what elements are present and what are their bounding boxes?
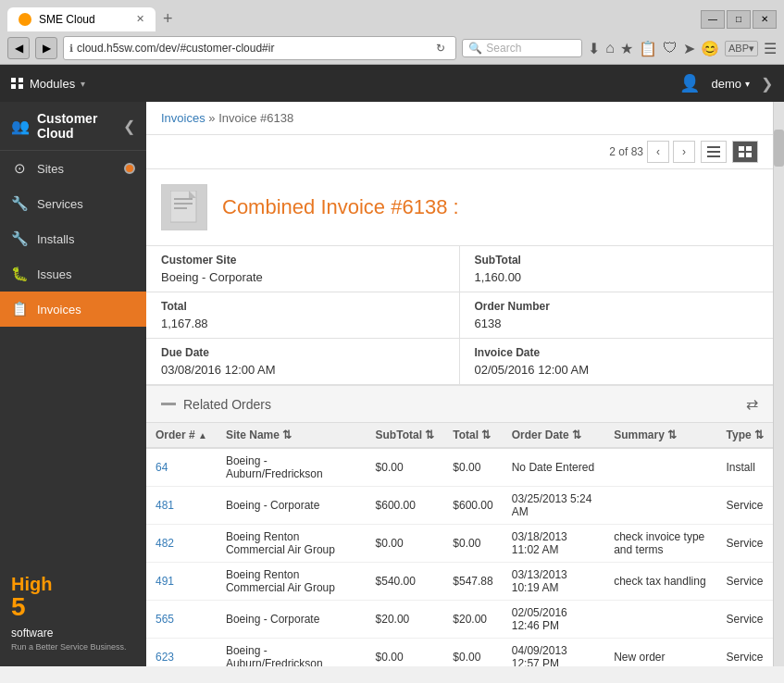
customer-site-label: Customer Site [161, 254, 444, 267]
sidebar-item-invoices[interactable]: 📋 Invoices [0, 292, 146, 327]
new-tab-button[interactable]: + [159, 6, 177, 32]
scrollbar[interactable] [773, 102, 784, 666]
cell-summary [604, 448, 716, 487]
cell-order: 482 [146, 525, 217, 563]
order-link[interactable]: 64 [156, 461, 168, 474]
due-date-cell: Due Date 03/08/2016 12:00 AM [146, 339, 460, 385]
sidebar-item-services[interactable]: 🔧 Services [0, 186, 146, 221]
forward-button[interactable]: ▶ [35, 37, 57, 59]
shield-icon[interactable]: 🛡 [663, 40, 678, 56]
close-button[interactable]: ✕ [753, 10, 777, 29]
active-tab[interactable]: SME Cloud ✕ [7, 7, 156, 31]
sidebar-item-sites[interactable]: ⊙ Sites [0, 151, 146, 186]
sidebar-item-issues[interactable]: 🐛 Issues [0, 256, 146, 292]
content-area: Invoices » Invoice #6138 2 of 83 ‹ › [146, 102, 773, 666]
record-position: 2 of 83 [609, 145, 643, 158]
prev-record-button[interactable]: ‹ [647, 141, 669, 163]
user-menu-button[interactable]: demo ▾ [711, 77, 750, 91]
table-row[interactable]: 482 Boeing Renton Commercial Air Group $… [146, 525, 773, 563]
download-icon[interactable]: ⬇ [588, 40, 600, 57]
invoice-info-grid: Customer Site Boeing - Corporate SubTota… [146, 246, 773, 386]
refresh-button[interactable]: ↻ [431, 39, 450, 57]
cell-subtotal: $20.00 [367, 601, 444, 639]
send-icon[interactable]: ➤ [683, 40, 695, 57]
user-avatar-icon: 👤 [679, 73, 700, 93]
sidebar-module-icon: 👥 [11, 118, 30, 135]
ABP-icon[interactable]: ABP▾ [725, 41, 758, 56]
col-type[interactable]: Type ⇅ [717, 423, 773, 448]
next-record-button[interactable]: › [673, 141, 695, 163]
sidebar-item-installs[interactable]: 🔧 Installs [0, 221, 146, 256]
table-row[interactable]: 481 Boeing - Corporate $600.00 $600.00 0… [146, 487, 773, 525]
menu-icon[interactable]: ☰ [764, 40, 777, 57]
sites-icon: ⊙ [11, 160, 28, 177]
search-placeholder: Search [486, 42, 521, 55]
invoice-title: Combined Invoice #6138 : [222, 195, 459, 219]
invoice-date-label: Invoice Date [475, 346, 759, 359]
order-link[interactable]: 482 [156, 537, 174, 550]
content-scroll[interactable]: Combined Invoice #6138 : Customer Site B… [146, 169, 773, 666]
order-number-label: Order Number [475, 300, 759, 313]
tab-close-button[interactable]: ✕ [136, 13, 144, 25]
clip-icon[interactable]: 📋 [639, 40, 657, 57]
cell-site: Boeing Renton Commercial Air Group [217, 563, 367, 601]
modules-button[interactable]: Modules ▾ [11, 77, 85, 91]
table-row[interactable]: 64 Boeing - Auburn/Fredrickson $0.00 $0.… [146, 448, 773, 487]
list-view-button[interactable] [701, 141, 727, 163]
invoice-header: Combined Invoice #6138 : [146, 169, 773, 246]
cell-subtotal: $540.00 [367, 563, 444, 601]
emoji-icon[interactable]: 😊 [701, 40, 719, 57]
svg-rect-0 [707, 146, 720, 148]
cell-summary [604, 487, 716, 525]
transfer-icon[interactable]: ⇄ [746, 395, 758, 413]
maximize-button[interactable]: □ [727, 10, 751, 29]
cell-type: Install [717, 448, 773, 487]
cell-subtotal: $600.00 [367, 487, 444, 525]
modules-label: Modules [30, 77, 75, 91]
due-date-value: 03/08/2016 12:00 AM [161, 363, 444, 377]
col-summary[interactable]: Summary ⇅ [604, 423, 716, 448]
col-subtotal[interactable]: SubTotal ⇅ [367, 423, 444, 448]
order-link[interactable]: 491 [156, 575, 174, 588]
table-row[interactable]: 565 Boeing - Corporate $20.00 $20.00 02/… [146, 601, 773, 639]
table-row[interactable]: 623 Boeing - Auburn/Fredrickson $0.00 $0… [146, 639, 773, 667]
address-bar[interactable]: ℹ cloud.h5sw.com/dev/#customer-cloud#ir … [63, 36, 456, 60]
customer-site-cell: Customer Site Boeing - Corporate [146, 246, 460, 292]
home-icon[interactable]: ⌂ [605, 40, 615, 56]
table-row[interactable]: 491 Boeing Renton Commercial Air Group $… [146, 563, 773, 601]
window-controls: — □ ✕ [701, 10, 777, 29]
svg-rect-5 [739, 153, 744, 157]
minimize-button[interactable]: — [701, 10, 725, 29]
order-link[interactable]: 565 [156, 613, 174, 626]
logo-text: High 5 software [11, 574, 135, 640]
breadcrumb-parent[interactable]: Invoices [161, 111, 205, 125]
col-date[interactable]: Order Date ⇅ [503, 423, 604, 448]
col-order[interactable]: Order # ▲ [146, 423, 217, 448]
col-total[interactable]: Total ⇅ [443, 423, 502, 448]
user-label: demo [711, 77, 741, 91]
sidebar-toggle-button[interactable]: ❯ [761, 75, 773, 93]
cell-total: $600.00 [443, 487, 502, 525]
order-link[interactable]: 481 [156, 499, 174, 512]
section-line [161, 403, 176, 405]
svg-rect-2 [707, 155, 720, 157]
bookmark-icon[interactable]: ★ [620, 40, 633, 57]
detail-view-button[interactable] [732, 141, 758, 163]
related-orders-header: Related Orders ⇄ [146, 386, 773, 423]
breadcrumb-current: Invoice #6138 [218, 111, 293, 125]
cell-site: Boeing Renton Commercial Air Group [217, 525, 367, 563]
order-link[interactable]: 623 [156, 651, 174, 664]
cell-date: 03/25/2013 5:24 AM [503, 487, 604, 525]
invoice-date-value: 02/05/2016 12:00 AM [475, 363, 759, 377]
back-button[interactable]: ◀ [7, 37, 30, 59]
cell-total: $20.00 [443, 601, 502, 639]
search-box[interactable]: 🔍 Search [462, 39, 582, 57]
col-site[interactable]: Site Name ⇅ [217, 423, 367, 448]
table-header-row: Order # ▲ Site Name ⇅ SubTotal ⇅ Total ⇅… [146, 423, 773, 448]
svg-rect-10 [174, 207, 187, 209]
order-number-cell: Order Number 6138 [460, 292, 774, 339]
sites-radio [124, 163, 135, 174]
cell-site: Boeing - Auburn/Fredrickson [217, 448, 367, 487]
sidebar-collapse-button[interactable]: ❮ [123, 118, 135, 135]
scroll-thumb[interactable] [774, 130, 784, 167]
